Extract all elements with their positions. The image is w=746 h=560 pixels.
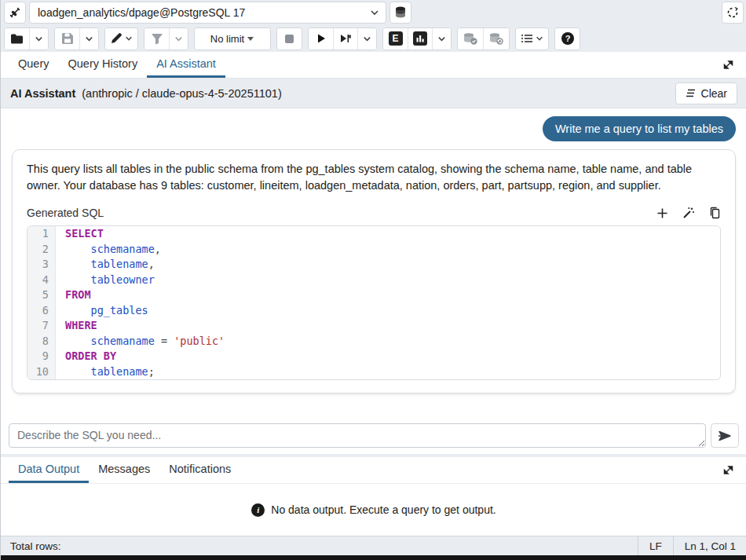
tab-notifications-label: Notifications [169, 463, 231, 475]
macro-menu-button[interactable] [516, 28, 548, 49]
transaction-group [457, 27, 510, 50]
chevron-down-icon [35, 35, 43, 43]
sql-line: 8 schemaname = 'public' [27, 334, 720, 350]
help-button[interactable]: ? [555, 28, 580, 49]
sql-line-number: 8 [27, 334, 56, 350]
sql-line-number: 4 [27, 273, 56, 288]
edit-menu-button[interactable] [105, 28, 137, 49]
chevron-down-icon [125, 35, 133, 42]
user-message-row: Write me a query to list my tables [12, 116, 736, 141]
line-ending-indicator[interactable]: LF [638, 536, 673, 555]
tab-query[interactable]: Query [9, 52, 59, 78]
sql-line-number: 3 [27, 257, 56, 273]
explain-button[interactable]: E [383, 28, 408, 49]
send-prompt-button[interactable] [711, 423, 739, 448]
total-rows-label: Total rows: [10, 540, 61, 552]
clear-button-label: Clear [701, 87, 727, 100]
query-tool-window: loadgen_analytics/dpage@PostgreSQL 17 [1, 0, 746, 560]
cancel-query-button[interactable] [277, 28, 302, 49]
connection-status-button[interactable] [4, 2, 26, 24]
rollback-button[interactable] [483, 28, 509, 49]
execute-current-button[interactable] [333, 28, 357, 49]
generated-sql-header: Generated SQL [27, 207, 721, 219]
open-file-menu-button[interactable] [29, 28, 48, 49]
new-connection-button[interactable] [389, 2, 411, 24]
execute-button[interactable] [309, 28, 333, 49]
tab-data-output[interactable]: Data Output [9, 457, 89, 483]
sql-line-number: 10 [27, 364, 56, 380]
copy-icon [709, 207, 721, 219]
connection-select[interactable]: loadgen_analytics/dpage@PostgreSQL 17 [29, 2, 386, 24]
chat-messages: Write me a query to list my tables This … [1, 108, 746, 417]
filter-menu-button[interactable] [169, 28, 188, 49]
user-message-bubble: Write me a query to list my tables [543, 116, 736, 141]
sql-line: 2 schemaname, [27, 242, 720, 258]
generated-sql-label: Generated SQL [27, 207, 104, 219]
statusbar-right: LF Ln 1, Col 1 [638, 536, 746, 555]
filter-funnel-icon [151, 33, 163, 45]
sql-line: 3 tablename, [27, 257, 720, 273]
sql-line-code: tableowner [56, 273, 155, 288]
sql-code-lines: 1SELECT2 schemaname,3 tablename,4 tableo… [27, 226, 720, 379]
row-limit-select[interactable]: No limit [195, 28, 270, 49]
commit-button[interactable] [458, 28, 483, 49]
clear-chat-button[interactable]: Clear [675, 82, 737, 104]
panel-expand-button[interactable] [717, 55, 739, 75]
connection-select-value: loadgen_analytics/dpage@PostgreSQL 17 [38, 6, 370, 19]
execute-group [308, 27, 377, 50]
insert-sql-button[interactable] [656, 207, 668, 219]
spinner-icon [726, 6, 739, 19]
explain-analyze-button[interactable] [408, 28, 432, 49]
play-icon [316, 33, 327, 44]
output-expand-button[interactable] [717, 460, 739, 481]
pencil-icon [110, 32, 123, 45]
sql-line: 5FROM [27, 287, 720, 303]
send-arrow-icon [718, 430, 732, 441]
database-icon [393, 5, 408, 20]
svg-text:?: ? [565, 34, 570, 43]
tab-ai-assistant[interactable]: AI Assistant [147, 52, 225, 78]
tab-query-history-label: Query History [68, 57, 138, 70]
query-toolbar: No limit E [1, 25, 746, 52]
assistant-message-card: This query lists all tables in the publi… [12, 149, 736, 393]
refine-sql-button[interactable] [682, 207, 695, 219]
generated-sql-code[interactable]: 1SELECT2 schemaname,3 tablename,4 tableo… [27, 225, 721, 380]
explain-group: E [382, 27, 452, 50]
sql-line-number: 2 [27, 242, 56, 258]
row-limit-value: No limit [210, 33, 244, 45]
copy-sql-button[interactable] [709, 207, 721, 219]
expand-diagonal-icon [722, 464, 734, 476]
save-menu-button[interactable] [79, 28, 98, 49]
sql-line-code: ORDER BY [56, 349, 116, 364]
ai-assistant-title: AI Assistant [10, 87, 75, 100]
tabbar-spacer [225, 52, 717, 78]
tab-messages[interactable]: Messages [89, 457, 159, 483]
stop-group [276, 27, 302, 50]
sql-line-number: 9 [27, 349, 56, 364]
magic-wand-icon [682, 207, 695, 219]
tab-query-history[interactable]: Query History [59, 52, 148, 78]
macro-group [515, 27, 549, 50]
open-file-button[interactable] [5, 28, 29, 49]
connection-busy-button[interactable] [722, 2, 744, 24]
question-mark-icon: ? [561, 31, 575, 46]
sql-line: 10 tablename; [27, 364, 720, 380]
explain-menu-button[interactable] [432, 28, 451, 49]
chevron-down-icon [370, 8, 379, 17]
sql-line: 6 pg_tables [27, 303, 720, 319]
database-rollback-icon [488, 32, 504, 46]
save-button[interactable] [55, 28, 79, 49]
sql-line: 1SELECT [27, 226, 720, 242]
execute-menu-button[interactable] [357, 28, 376, 49]
filter-button[interactable] [144, 28, 169, 49]
sql-line-number: 1 [27, 226, 56, 242]
output-tabbar-spacer [240, 457, 717, 483]
list-menu-icon [521, 33, 533, 44]
sql-line-code: FROM [56, 287, 91, 303]
filter-group [144, 27, 188, 50]
prompt-input[interactable] [9, 423, 706, 448]
sql-line: 7WHERE [27, 318, 720, 334]
prompt-input-row [1, 417, 746, 454]
chevron-down-icon [85, 35, 93, 43]
tab-notifications[interactable]: Notifications [159, 457, 240, 483]
